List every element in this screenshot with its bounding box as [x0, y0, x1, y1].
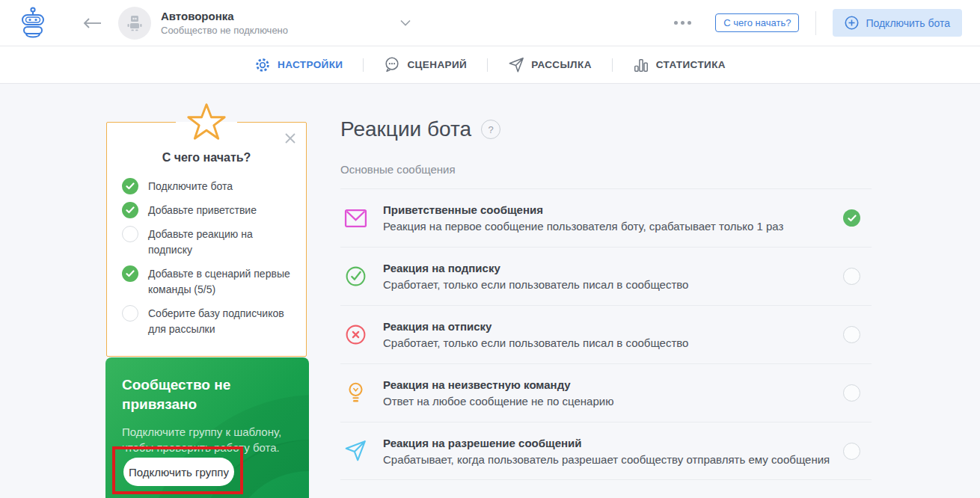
- close-icon[interactable]: [284, 132, 296, 144]
- reaction-toggle[interactable]: [843, 268, 860, 285]
- getting-started-card: С чего начать? Подключите бота Добавьте …: [106, 122, 307, 357]
- gear-icon: [254, 57, 271, 73]
- bot-reactions-panel: Реакции бота ? Основные сообщения Привет…: [340, 84, 872, 480]
- checklist-item-label: Соберите базу подписчиков для рассылки: [148, 305, 291, 337]
- checklist-status-icon: [122, 265, 138, 282]
- paper-plane-icon: [508, 57, 524, 73]
- reaction-description: Ответ на любое сообщение не по сценарию: [383, 395, 613, 408]
- lightbulb-icon: [346, 381, 366, 405]
- page-title: Реакции бота: [340, 117, 471, 141]
- app-logo-robot-icon: [18, 5, 48, 41]
- page-content: С чего начать? Подключите бота Добавьте …: [0, 84, 980, 498]
- send-icon: [343, 439, 367, 463]
- reaction-toggle[interactable]: [843, 209, 860, 227]
- send-icon: [343, 439, 368, 463]
- check-circle-icon: [343, 265, 368, 288]
- checklist-item-label: Добавьте реакцию на подписку: [148, 226, 291, 258]
- annotation-highlight-box: [112, 446, 243, 494]
- checklist-item: Добавьте приветствие: [122, 202, 291, 218]
- bar-chart-icon: [633, 57, 649, 73]
- chevron-down-icon: [400, 19, 411, 26]
- checklist-item-label: Добавьте в сценарий первые команды (5/5): [148, 265, 291, 298]
- checklist-item: Подключите бота: [122, 178, 291, 194]
- checklist-status-icon: [122, 305, 138, 322]
- community-title-block: Автоворонка Сообщество не подключено: [161, 10, 288, 36]
- reaction-title: Реакция на отписку: [383, 320, 688, 333]
- reaction-title: Реакция на неизвестную команду: [383, 378, 613, 391]
- reaction-row: Реакция на отписку Сработает, только есл…: [340, 305, 872, 363]
- tab-settings[interactable]: НАСТРОЙКИ: [234, 57, 363, 73]
- reaction-list: Приветственные сообщения Реакция на перв…: [340, 188, 872, 480]
- robot-placeholder-icon: [125, 13, 144, 33]
- tab-scenario[interactable]: СЦЕНАРИЙ: [364, 56, 487, 73]
- checklist-item: Добавьте реакцию на подписку: [122, 226, 291, 258]
- more-menu-button[interactable]: [674, 21, 691, 25]
- reaction-description: Реакция на первое сообщение пользователя…: [383, 220, 783, 233]
- lightbulb-icon: [343, 381, 368, 405]
- header-actions: С чего начать? Подключить бота: [674, 9, 962, 37]
- reaction-row: Приветственные сообщения Реакция на перв…: [340, 188, 872, 247]
- chat-bubble-icon: [384, 56, 400, 73]
- section-label: Основные сообщения: [340, 163, 872, 176]
- community-card-title: Сообщество не привязано: [122, 375, 279, 414]
- community-avatar: [118, 7, 151, 40]
- reaction-title: Реакция на разрешение сообщений: [383, 437, 830, 449]
- checklist-items: Подключите бота Добавьте приветствие Доб…: [122, 178, 291, 337]
- plus-circle-icon: [845, 16, 859, 30]
- reaction-row: Реакция на неизвестную команду Ответ на …: [340, 363, 872, 422]
- checklist-status-icon: [122, 226, 138, 242]
- checklist-item-label: Добавьте приветствие: [148, 202, 257, 218]
- reaction-toggle[interactable]: [843, 326, 860, 343]
- tab-broadcast[interactable]: РАССЫЛКА: [488, 57, 612, 73]
- help-icon[interactable]: ?: [481, 120, 500, 139]
- main-nav: НАСТРОЙКИ СЦЕНАРИЙ РАССЫЛКА СТАТИСТИКА: [0, 46, 980, 84]
- bot-subtitle: Сообщество не подключено: [161, 25, 288, 36]
- envelope-icon: [344, 209, 367, 228]
- checklist-status-icon: [122, 178, 138, 194]
- star-icon: [176, 101, 237, 144]
- connect-bot-label: Подключить бота: [866, 17, 950, 29]
- top-header: Автоворонка Сообщество не подключено С ч…: [0, 0, 980, 46]
- arrow-left-icon: [82, 17, 102, 29]
- reaction-row: Реакция на разрешение сообщений Срабатыв…: [340, 422, 872, 480]
- reaction-title: Реакция на подписку: [383, 262, 688, 274]
- reaction-description: Сработает, только если пользователь писа…: [383, 336, 688, 349]
- back-button[interactable]: [82, 17, 102, 29]
- checklist-status-icon: [122, 202, 138, 218]
- envelope-icon: [343, 209, 368, 228]
- connect-bot-button[interactable]: Подключить бота: [833, 9, 962, 37]
- x-circle-icon: [344, 323, 367, 346]
- reaction-toggle[interactable]: [843, 443, 860, 460]
- check-circle-icon: [344, 265, 367, 288]
- community-not-linked-card: Сообщество не привязано Подключите групп…: [105, 357, 309, 498]
- bot-title: Автоворонка: [161, 10, 288, 22]
- x-circle-icon: [343, 323, 368, 346]
- reaction-description: Срабатывает, когда пользователь разрешае…: [383, 453, 830, 466]
- checklist-title: С чего начать?: [122, 151, 291, 165]
- reaction-description: Сработает, только если пользователь писа…: [383, 278, 688, 291]
- checklist-item-label: Подключите бота: [148, 178, 233, 194]
- reaction-title: Приветственные сообщения: [383, 203, 783, 216]
- bot-switcher-dropdown[interactable]: [400, 19, 411, 26]
- header-divider: [815, 11, 816, 35]
- getting-started-button[interactable]: С чего начать?: [715, 13, 799, 32]
- checklist-item: Добавьте в сценарий первые команды (5/5): [122, 265, 291, 298]
- reaction-toggle[interactable]: [843, 384, 860, 402]
- tab-statistics[interactable]: СТАТИСТИКА: [613, 57, 746, 73]
- reaction-row: Реакция на подписку Сработает, только ес…: [340, 247, 872, 305]
- checklist-item: Соберите базу подписчиков для рассылки: [122, 305, 291, 337]
